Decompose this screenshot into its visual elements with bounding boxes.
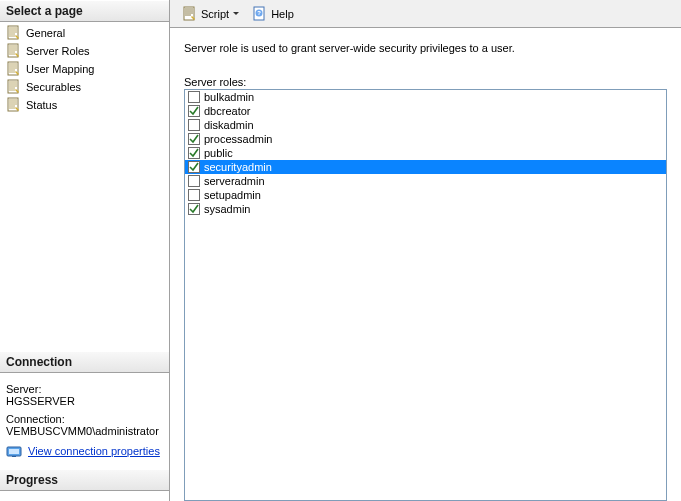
sidebar-page-label: Server Roles	[26, 45, 90, 57]
role-label: diskadmin	[204, 119, 254, 131]
roles-label: Server roles:	[184, 76, 667, 88]
role-item-public[interactable]: public	[185, 146, 666, 160]
role-checkbox[interactable]	[188, 133, 200, 145]
sidebar-page-user-mapping[interactable]: User Mapping	[3, 60, 166, 78]
sidebar-page-label: Status	[26, 99, 57, 111]
role-item-bulkadmin[interactable]: bulkadmin	[185, 90, 666, 104]
description: Server role is used to grant server-wide…	[184, 42, 667, 54]
role-checkbox[interactable]	[188, 175, 200, 187]
script-icon	[182, 6, 198, 22]
script-label: Script	[201, 8, 229, 20]
role-item-setupadmin[interactable]: setupadmin	[185, 188, 666, 202]
role-checkbox[interactable]	[188, 147, 200, 159]
sidebar-page-label: General	[26, 27, 65, 39]
script-button[interactable]: Script	[176, 4, 246, 24]
role-item-processadmin[interactable]: processadmin	[185, 132, 666, 146]
help-icon: ?	[252, 6, 268, 22]
page-icon	[6, 25, 22, 41]
role-label: bulkadmin	[204, 91, 254, 103]
page-list: GeneralServer RolesUser MappingSecurable…	[0, 22, 169, 116]
page-icon	[6, 79, 22, 95]
sidebar-page-server-roles[interactable]: Server Roles	[3, 42, 166, 60]
connection-body: Server: HGSSERVER Connection: VEMBUSCVMM…	[0, 373, 169, 469]
role-checkbox[interactable]	[188, 203, 200, 215]
chevron-down-icon	[232, 8, 240, 20]
role-label: sysadmin	[204, 203, 250, 215]
role-checkbox[interactable]	[188, 161, 200, 173]
role-checkbox[interactable]	[188, 91, 200, 103]
connection-label: Connection:	[6, 413, 163, 425]
sidebar-page-securables[interactable]: Securables	[3, 78, 166, 96]
role-label: serveradmin	[204, 175, 265, 187]
role-label: setupadmin	[204, 189, 261, 201]
sidebar-page-status[interactable]: Status	[3, 96, 166, 114]
page-icon	[6, 43, 22, 59]
role-label: dbcreator	[204, 105, 250, 117]
role-item-securityadmin[interactable]: securityadmin	[185, 160, 666, 174]
connection-properties-icon	[6, 443, 22, 459]
connection-value: VEMBUSCVMM0\administrator	[6, 425, 163, 437]
sidebar-page-label: User Mapping	[26, 63, 94, 75]
role-label: public	[204, 147, 233, 159]
left-panel: Select a page GeneralServer RolesUser Ma…	[0, 0, 170, 501]
role-checkbox[interactable]	[188, 119, 200, 131]
progress-header: Progress	[0, 469, 169, 491]
svg-text:?: ?	[257, 10, 261, 16]
role-checkbox[interactable]	[188, 105, 200, 117]
page-icon	[6, 61, 22, 77]
page-icon	[6, 97, 22, 113]
role-label: processadmin	[204, 133, 272, 145]
right-panel: Script ? Help Server role is used to gra…	[170, 0, 681, 501]
help-button[interactable]: ? Help	[246, 4, 300, 24]
sidebar-page-label: Securables	[26, 81, 81, 93]
select-page-header: Select a page	[0, 0, 169, 22]
content: Server role is used to grant server-wide…	[170, 28, 681, 501]
view-connection-link[interactable]: View connection properties	[28, 445, 160, 457]
help-label: Help	[271, 8, 294, 20]
sidebar-page-general[interactable]: General	[3, 24, 166, 42]
connection-header: Connection	[0, 351, 169, 373]
role-item-serveradmin[interactable]: serveradmin	[185, 174, 666, 188]
svg-rect-6	[9, 449, 19, 454]
server-label: Server:	[6, 383, 163, 395]
role-checkbox[interactable]	[188, 189, 200, 201]
role-label: securityadmin	[204, 161, 272, 173]
svg-rect-7	[12, 456, 16, 457]
role-item-diskadmin[interactable]: diskadmin	[185, 118, 666, 132]
roles-list[interactable]: bulkadmindbcreatordiskadminprocessadminp…	[184, 89, 667, 501]
role-item-sysadmin[interactable]: sysadmin	[185, 202, 666, 216]
role-item-dbcreator[interactable]: dbcreator	[185, 104, 666, 118]
server-value: HGSSERVER	[6, 395, 163, 407]
toolbar: Script ? Help	[170, 0, 681, 28]
